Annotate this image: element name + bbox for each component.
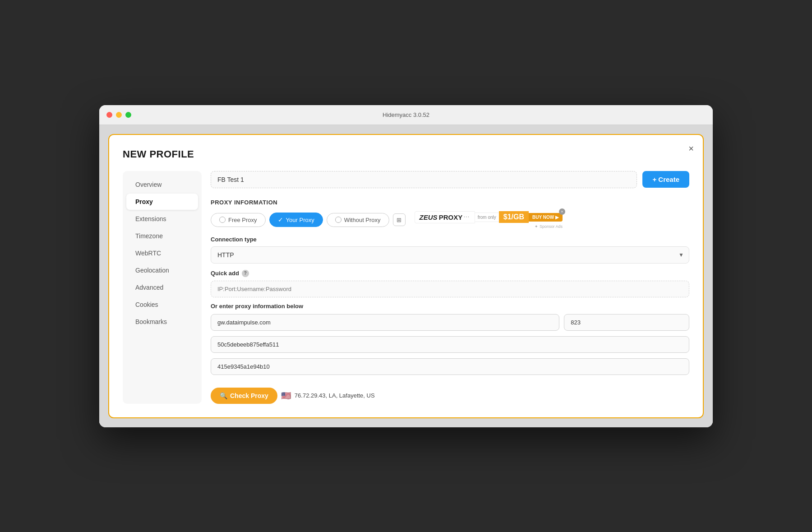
zeus-ad-wrapper: ZEUSPROXY ··· from only $1/GB — [413, 211, 563, 229]
close-traffic-light[interactable] — [106, 112, 112, 118]
your-proxy-check-icon: ✓ — [278, 216, 283, 223]
sidebar: Overview Proxy Extensions Timezone WebRT… — [123, 171, 202, 404]
sidebar-item-extensions[interactable]: Extensions — [126, 211, 198, 227]
zeus-buy-now[interactable]: BUY NOW ▶ — [529, 213, 563, 222]
modal-body: Overview Proxy Extensions Timezone WebRT… — [123, 171, 689, 404]
sidebar-item-geolocation[interactable]: Geolocation — [126, 262, 198, 278]
host-input[interactable] — [211, 314, 559, 331]
profile-name-input[interactable] — [211, 171, 637, 188]
proxy-ip-result: 76.72.29.43, LA, Lafayette, US — [295, 392, 375, 399]
modal: NEW PROFILE × Overview Proxy Extensions … — [108, 134, 704, 418]
or-enter-label: Or enter proxy information below — [211, 303, 689, 310]
password-input[interactable] — [211, 358, 689, 375]
quick-add-input[interactable] — [211, 281, 689, 297]
create-button[interactable]: + Create — [642, 171, 689, 188]
fullscreen-traffic-light[interactable] — [125, 112, 131, 118]
your-proxy-tab[interactable]: ✓ Your Proxy — [269, 213, 323, 227]
sidebar-item-timezone[interactable]: Timezone — [126, 228, 198, 244]
without-proxy-tab[interactable]: Without Proxy — [327, 213, 389, 227]
close-button[interactable]: × — [688, 144, 694, 153]
sidebar-item-bookmarks[interactable]: Bookmarks — [126, 314, 198, 330]
connection-type-select[interactable]: HTTP HTTPS SOCKS4 SOCKS5 — [211, 246, 689, 264]
check-proxy-button[interactable]: 🔍 Check Proxy — [211, 388, 277, 404]
zeus-price: $1/GB — [499, 211, 529, 223]
proxy-section-title: PROXY INFORMATION — [211, 199, 689, 206]
sidebar-item-advanced[interactable]: Advanced — [126, 279, 198, 296]
free-proxy-radio — [219, 217, 226, 223]
window-title: Hidemyacc 3.0.52 — [383, 111, 429, 118]
sponsor-label: ✦ Sponsor Ads — [413, 224, 563, 229]
connection-type-wrapper: HTTP HTTPS SOCKS4 SOCKS5 ▼ — [211, 246, 689, 264]
sidebar-item-cookies[interactable]: Cookies — [126, 296, 198, 313]
zeus-from-only: from only — [475, 213, 499, 222]
quick-add-info-icon: ? — [242, 270, 249, 277]
connection-type-label: Connection type — [211, 236, 689, 243]
free-proxy-tab[interactable]: Free Proxy — [211, 213, 266, 227]
proxy-tabs: Free Proxy ✓ Your Proxy Without Proxy ⊞ — [211, 211, 689, 229]
port-input[interactable] — [564, 314, 689, 331]
zeus-close-icon[interactable]: × — [559, 208, 565, 215]
proxy-section: PROXY INFORMATION Free Proxy ✓ Your Prox… — [211, 199, 689, 404]
without-proxy-radio — [335, 217, 341, 223]
top-bar: + Create — [211, 171, 689, 188]
country-flag: 🇺🇸 — [281, 391, 291, 401]
app-window: Hidemyacc 3.0.52 NEW PROFILE × Overview … — [99, 105, 713, 427]
host-port-row — [211, 314, 689, 331]
traffic-lights — [106, 112, 131, 118]
title-bar: Hidemyacc 3.0.52 — [99, 105, 713, 125]
username-input[interactable] — [211, 336, 689, 353]
zeus-logo: ZEUSPROXY ··· — [415, 211, 475, 223]
proxy-settings-icon[interactable]: ⊞ — [393, 213, 406, 226]
zeus-ad: ZEUSPROXY ··· from only $1/GB — [415, 211, 563, 223]
window-content: NEW PROFILE × Overview Proxy Extensions … — [99, 125, 713, 427]
sidebar-item-webrtc[interactable]: WebRTC — [126, 245, 198, 261]
quick-add-label: Quick add ? — [211, 270, 689, 277]
sidebar-item-overview[interactable]: Overview — [126, 176, 198, 193]
modal-title: NEW PROFILE — [123, 148, 689, 160]
main-panel: + Create PROXY INFORMATION Free Proxy — [211, 171, 689, 404]
proxy-result-row: 🔍 Check Proxy 🇺🇸 76.72.29.43, LA, Lafaye… — [211, 388, 689, 404]
search-icon: 🔍 — [220, 392, 227, 399]
sidebar-item-proxy[interactable]: Proxy — [126, 194, 198, 210]
minimize-traffic-light[interactable] — [116, 112, 122, 118]
